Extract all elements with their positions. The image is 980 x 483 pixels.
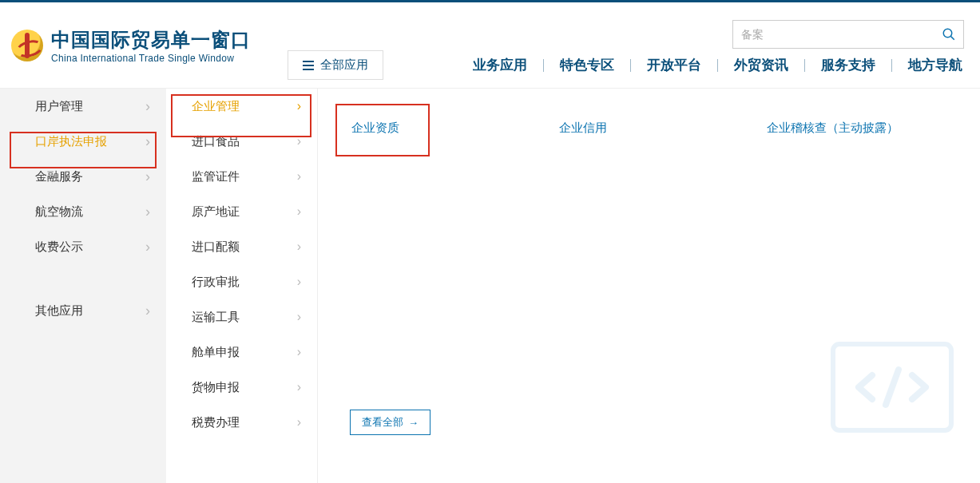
chevron-right-icon: › — [297, 169, 301, 184]
nav-separator — [891, 59, 892, 72]
sidebar1-item-label: 其他应用 — [35, 303, 83, 319]
sidebar1-item[interactable]: 用户管理› — [0, 89, 166, 124]
top-nav: 全部应用 业务应用特色专区开放平台外贸资讯服务支持地方导航 — [288, 50, 964, 80]
hamburger-icon — [303, 61, 314, 70]
sidebar-level-2: 企业管理›进口食品›监管证件›原产地证›进口配额›行政审批›运输工具›舱单申报›… — [166, 89, 318, 483]
sidebar2-item[interactable]: 税费办理› — [166, 405, 317, 440]
nav-link[interactable]: 开放平台 — [645, 56, 703, 74]
sidebar1-item-label: 航空物流 — [35, 204, 83, 220]
sidebar1-item[interactable]: 航空物流› — [0, 194, 166, 229]
spacer — [0, 264, 166, 293]
sidebar1-item-label: 金融服务 — [35, 169, 83, 184]
chevron-right-icon: › — [297, 134, 301, 148]
sidebar2-item-label: 原产地证 — [192, 204, 240, 220]
sidebar1-item-label: 口岸执法申报 — [35, 134, 107, 149]
chevron-right-icon: › — [145, 133, 150, 150]
content-link[interactable]: 企业稽核查（主动披露） — [757, 114, 908, 142]
svg-point-0 — [943, 29, 952, 38]
sidebar2-item[interactable]: 原产地证› — [166, 194, 317, 229]
all-apps-button[interactable]: 全部应用 — [288, 50, 383, 80]
nav-link[interactable]: 地方导航 — [907, 56, 964, 74]
chevron-right-icon: › — [297, 345, 301, 359]
sidebar2-item-label: 企业管理 — [192, 99, 240, 114]
sidebar2-item-label: 税费办理 — [192, 415, 240, 430]
sidebar2-item[interactable]: 进口配额› — [166, 229, 317, 264]
chevron-right-icon: › — [297, 99, 301, 113]
sidebar2-item-label: 进口配额 — [192, 240, 240, 255]
sidebar1-item-label: 用户管理 — [35, 99, 83, 114]
search-icon[interactable] — [934, 21, 963, 48]
sidebar2-item-label: 运输工具 — [192, 310, 240, 325]
logo-text: 中国国际贸易单一窗口 China International Trade Sin… — [51, 27, 251, 64]
sidebar1-item[interactable]: 金融服务› — [0, 159, 166, 194]
code-watermark-icon — [828, 339, 956, 435]
sidebar2-item-label: 进口食品 — [192, 134, 240, 149]
chevron-right-icon: › — [297, 310, 301, 324]
sidebar2-item-label: 行政审批 — [192, 275, 240, 290]
chevron-right-icon: › — [297, 415, 301, 430]
sidebar2-item[interactable]: 舱单申报› — [166, 335, 317, 370]
sidebar2-item-label: 货物申报 — [192, 380, 240, 395]
sidebar2-item[interactable]: 企业管理› — [166, 89, 317, 124]
content-panel: 企业资质企业信用企业稽核查（主动披露） 查看全部 → — [318, 89, 980, 483]
sidebar2-item[interactable]: 货物申报› — [166, 370, 317, 405]
logo-icon — [11, 30, 43, 61]
nav-link[interactable]: 特色专区 — [558, 56, 616, 74]
search-box — [732, 20, 964, 49]
chevron-right-icon: › — [145, 168, 150, 185]
nav-link[interactable]: 外贸资讯 — [732, 56, 790, 74]
content-link[interactable]: 企业资质 — [342, 114, 409, 142]
search-input[interactable] — [733, 28, 934, 41]
site-title-cn: 中国国际贸易单一窗口 — [51, 27, 251, 53]
site-title-en: China International Trade Single Window — [51, 53, 251, 64]
nav-link[interactable]: 业务应用 — [471, 56, 529, 74]
sidebar2-item[interactable]: 行政审批› — [166, 264, 317, 299]
sidebar2-item[interactable]: 监管证件› — [166, 159, 317, 194]
nav-link[interactable]: 服务支持 — [819, 56, 877, 74]
sidebar2-item[interactable]: 进口食品› — [166, 124, 317, 159]
chevron-right-icon: › — [145, 204, 150, 220]
svg-line-1 — [951, 37, 954, 40]
chevron-right-icon: › — [297, 275, 301, 289]
chevron-right-icon: › — [297, 204, 301, 219]
sidebar2-item-label: 舱单申报 — [192, 345, 240, 360]
nav-separator — [630, 59, 631, 72]
arrow-right-icon: → — [408, 417, 419, 429]
sidebar1-item[interactable]: 其他应用› — [0, 293, 166, 328]
nav-separator — [804, 59, 805, 72]
sidebar2-item[interactable]: 运输工具› — [166, 299, 317, 335]
sidebar1-item[interactable]: 口岸执法申报› — [0, 124, 166, 159]
all-apps-label: 全部应用 — [320, 57, 368, 73]
header: 中国国际贸易单一窗口 China International Trade Sin… — [0, 2, 980, 89]
view-all-label: 查看全部 — [362, 415, 403, 430]
chevron-right-icon: › — [145, 303, 150, 319]
sidebar1-item[interactable]: 收费公示› — [0, 229, 166, 264]
chevron-right-icon: › — [297, 380, 301, 394]
body: 用户管理›口岸执法申报›金融服务›航空物流›收费公示›其他应用› 企业管理›进口… — [0, 89, 980, 483]
content-link[interactable]: 企业信用 — [550, 114, 617, 142]
chevron-right-icon: › — [297, 240, 301, 254]
chevron-right-icon: › — [145, 98, 150, 115]
nav-separator — [717, 59, 718, 72]
sidebar1-item-label: 收费公示 — [35, 240, 83, 255]
sidebar2-item-label: 监管证件 — [192, 169, 240, 184]
logo-block: 中国国际贸易单一窗口 China International Trade Sin… — [0, 27, 251, 64]
view-all-button[interactable]: 查看全部 → — [350, 410, 430, 435]
sidebar-level-1: 用户管理›口岸执法申报›金融服务›航空物流›收费公示›其他应用› — [0, 89, 166, 483]
svg-line-3 — [886, 370, 899, 405]
svg-rect-2 — [833, 344, 951, 430]
chevron-right-icon: › — [145, 239, 150, 255]
nav-separator — [543, 59, 544, 72]
